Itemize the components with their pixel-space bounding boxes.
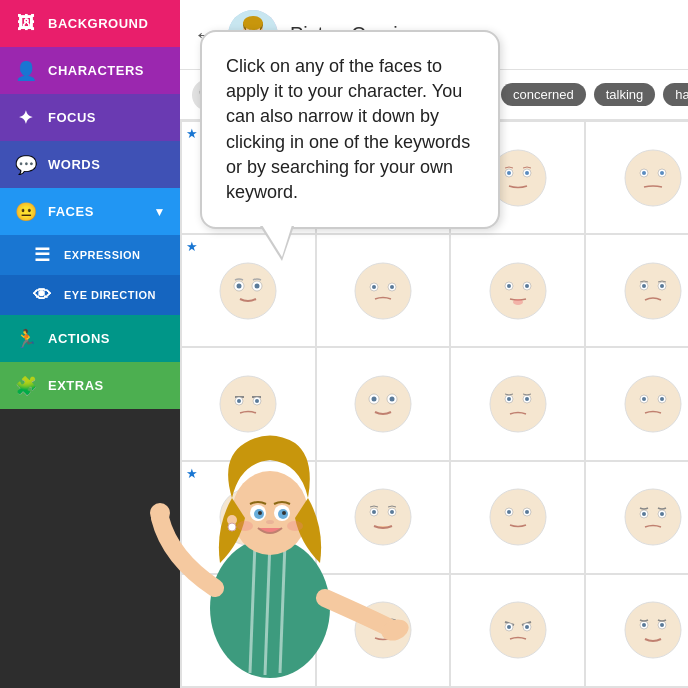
sidebar-item-background[interactable]: 🖼 Background bbox=[0, 0, 180, 47]
sidebar-item-actions-label: Actions bbox=[48, 331, 110, 346]
svg-point-60 bbox=[390, 396, 395, 401]
words-icon: 💬 bbox=[14, 154, 38, 176]
face-cell-18[interactable] bbox=[317, 575, 450, 686]
sidebar-item-focus[interactable]: ✦ Focus bbox=[0, 94, 180, 141]
face-cell-17[interactable] bbox=[182, 575, 315, 686]
face-5 bbox=[213, 256, 283, 326]
svg-point-55 bbox=[255, 399, 259, 403]
face-cell-4[interactable] bbox=[586, 122, 688, 233]
sidebar-item-expression-label: Expression bbox=[64, 249, 141, 261]
svg-point-71 bbox=[220, 489, 276, 545]
svg-point-74 bbox=[237, 510, 242, 515]
face-cell-12[interactable] bbox=[586, 348, 688, 459]
faces-icon: 😐 bbox=[14, 201, 38, 223]
sidebar-item-characters-label: Characters bbox=[48, 63, 144, 78]
svg-point-94 bbox=[237, 624, 241, 628]
face-17 bbox=[213, 595, 283, 665]
face-14 bbox=[348, 482, 418, 552]
svg-point-21 bbox=[507, 171, 511, 175]
main-content: ← Pixton Comics 🔍 tired disgusted scared bbox=[180, 0, 688, 688]
svg-point-100 bbox=[390, 623, 394, 627]
face-cell-9[interactable] bbox=[182, 348, 315, 459]
svg-point-85 bbox=[525, 510, 529, 514]
keyword-concerned[interactable]: concerned bbox=[501, 83, 586, 106]
svg-point-23 bbox=[625, 150, 681, 206]
sidebar-item-background-label: Background bbox=[48, 16, 148, 31]
face-cell-5[interactable]: ★ bbox=[182, 235, 315, 346]
svg-point-44 bbox=[625, 263, 681, 319]
svg-point-112 bbox=[660, 623, 664, 627]
sidebar-item-characters[interactable]: 👤 Characters bbox=[0, 47, 180, 94]
face-cell-10[interactable] bbox=[317, 348, 450, 459]
keyword-talking[interactable]: talking bbox=[594, 83, 656, 106]
face-cell-19[interactable] bbox=[451, 575, 584, 686]
face-11 bbox=[483, 369, 553, 439]
face-15 bbox=[483, 482, 553, 552]
face-10 bbox=[348, 369, 418, 439]
svg-point-61 bbox=[490, 376, 546, 432]
sidebar-item-expression[interactable]: ☰ Expression bbox=[0, 235, 180, 275]
focus-icon: ✦ bbox=[14, 107, 38, 129]
face-cell-13[interactable]: ★ bbox=[182, 462, 315, 573]
star-icon-5: ★ bbox=[186, 239, 198, 254]
svg-point-41 bbox=[507, 284, 511, 288]
face-cell-15[interactable] bbox=[451, 462, 584, 573]
eye-direction-icon: 👁 bbox=[30, 285, 54, 306]
svg-point-28 bbox=[220, 263, 276, 319]
svg-point-95 bbox=[255, 624, 259, 628]
face-cell-20[interactable] bbox=[586, 575, 688, 686]
sidebar-item-words[interactable]: 💬 Words bbox=[0, 141, 180, 188]
sidebar: 🖼 Background 👤 Characters ✦ Focus 💬 Word… bbox=[0, 0, 180, 688]
extras-icon: 🧩 bbox=[14, 375, 38, 397]
face-7 bbox=[483, 256, 553, 326]
svg-point-42 bbox=[525, 284, 529, 288]
face-6 bbox=[348, 256, 418, 326]
face-cell-8[interactable] bbox=[586, 235, 688, 346]
svg-point-64 bbox=[507, 397, 511, 401]
svg-point-56 bbox=[355, 376, 411, 432]
face-8 bbox=[618, 256, 688, 326]
sidebar-item-extras[interactable]: 🧩 Extras bbox=[0, 362, 180, 409]
face-9 bbox=[213, 369, 283, 439]
svg-point-59 bbox=[372, 396, 377, 401]
sidebar-item-faces[interactable]: 😐 Faces ▼ bbox=[0, 188, 180, 235]
face-18 bbox=[348, 595, 418, 665]
keyword-hap[interactable]: hap bbox=[663, 83, 688, 106]
face-cell-6[interactable] bbox=[317, 235, 450, 346]
svg-point-106 bbox=[507, 625, 511, 629]
svg-point-54 bbox=[237, 399, 241, 403]
speech-bubble-text: Click on any of the faces to apply it to… bbox=[226, 56, 470, 202]
svg-point-33 bbox=[355, 263, 411, 319]
sidebar-item-extras-label: Extras bbox=[48, 378, 104, 393]
face-cell-11[interactable] bbox=[451, 348, 584, 459]
svg-point-65 bbox=[525, 397, 529, 401]
svg-point-32 bbox=[255, 283, 260, 288]
face-4 bbox=[618, 143, 688, 213]
svg-point-27 bbox=[660, 171, 664, 175]
svg-point-89 bbox=[642, 512, 646, 516]
svg-point-48 bbox=[660, 284, 664, 288]
svg-point-26 bbox=[642, 171, 646, 175]
sidebar-item-eye-direction[interactable]: 👁 Eye Direction bbox=[0, 275, 180, 315]
svg-point-37 bbox=[390, 285, 394, 289]
svg-point-101 bbox=[490, 602, 546, 658]
svg-point-90 bbox=[660, 512, 664, 516]
svg-point-99 bbox=[372, 623, 376, 627]
svg-point-111 bbox=[642, 623, 646, 627]
sidebar-item-actions[interactable]: 🏃 Actions bbox=[0, 315, 180, 362]
face-13 bbox=[213, 482, 283, 552]
face-20 bbox=[618, 595, 688, 665]
svg-point-86 bbox=[625, 489, 681, 545]
sidebar-item-focus-label: Focus bbox=[48, 110, 96, 125]
actions-icon: 🏃 bbox=[14, 328, 38, 350]
face-cell-16[interactable] bbox=[586, 462, 688, 573]
svg-point-49 bbox=[220, 376, 276, 432]
face-cell-7[interactable] bbox=[451, 235, 584, 346]
svg-point-91 bbox=[220, 602, 276, 658]
sidebar-item-words-label: Words bbox=[48, 157, 100, 172]
face-cell-14[interactable] bbox=[317, 462, 450, 573]
svg-point-84 bbox=[507, 510, 511, 514]
speech-bubble: Click on any of the faces to apply it to… bbox=[200, 30, 500, 229]
svg-point-80 bbox=[390, 510, 394, 514]
svg-point-43 bbox=[513, 299, 523, 305]
